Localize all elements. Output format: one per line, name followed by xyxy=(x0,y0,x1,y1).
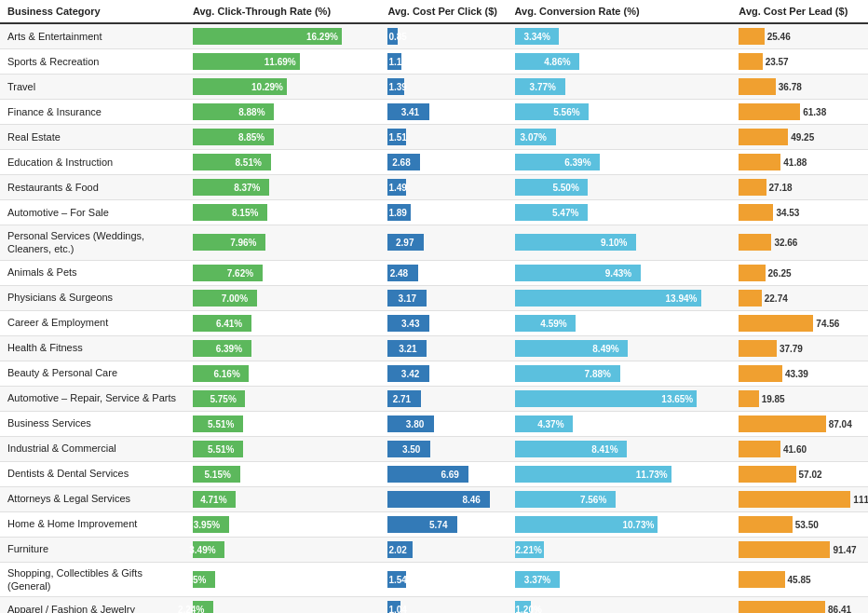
cpc-bar-cell: 1.39 xyxy=(380,75,507,100)
ctr-bar-cell: 6.41% xyxy=(185,310,380,335)
cpl-bar-cell: 74.56 xyxy=(731,310,868,335)
table-row: Automotive – Repair, Service & Parts 5.7… xyxy=(0,386,868,411)
table-row: Real Estate 8.85% 1.51 3.07% 49.25 xyxy=(0,125,868,150)
ctr-bar-cell: 3.95% xyxy=(185,511,380,537)
ctr-bar-cell: 8.88% xyxy=(185,100,380,125)
category-cell: Real Estate xyxy=(0,125,185,150)
cpc-bar-cell: 3.42 xyxy=(380,361,507,386)
category-cell: Career & Employment xyxy=(0,310,185,335)
ctr-bar-cell: 4.71% xyxy=(185,486,380,511)
category-cell: Apparel / Fashion & Jewelry xyxy=(0,597,185,613)
category-cell: Health & Fitness xyxy=(0,335,185,361)
table-row: Career & Employment 6.41% 3.43 4.59% 74.… xyxy=(0,310,868,335)
cvr-bar-cell: 5.47% xyxy=(508,200,732,225)
col-header-ctr: Avg. Click-Through Rate (%) xyxy=(185,0,380,23)
cpl-bar-cell: 22.74 xyxy=(731,285,868,310)
cpl-bar-cell: 19.85 xyxy=(731,386,868,411)
category-cell: Physicians & Surgeons xyxy=(0,285,185,310)
category-cell: Beauty & Personal Care xyxy=(0,361,185,386)
ctr-bar-cell: 6.16% xyxy=(185,361,380,386)
cpc-bar-cell: 0.85 xyxy=(380,23,507,49)
table-row: Industrial & Commercial 5.51% 3.50 8.41%… xyxy=(0,436,868,461)
table-row: Attorneys & Legal Services 4.71% 8.46 7.… xyxy=(0,486,868,511)
table-row: Restaurants & Food 8.37% 1.49 5.50% 27.1… xyxy=(0,175,868,200)
table-row: Furniture 3.49% 2.02 2.21% 91.47 xyxy=(0,537,868,562)
cvr-bar-cell: 3.37% xyxy=(508,562,732,597)
cpc-bar-cell: 1.54 xyxy=(380,562,507,597)
cpl-bar-cell: 41.88 xyxy=(731,150,868,175)
ctr-bar-cell: 5.15% xyxy=(185,461,380,486)
cvr-bar-cell: 6.39% xyxy=(508,150,732,175)
cvr-bar-cell: 9.43% xyxy=(508,260,732,285)
cpc-bar-cell: 3.21 xyxy=(380,335,507,361)
cpl-bar-cell: 41.60 xyxy=(731,436,868,461)
cpc-bar-cell: 1.49 xyxy=(380,175,507,200)
cvr-bar-cell: 8.49% xyxy=(508,335,732,361)
cpl-bar-cell: 32.66 xyxy=(731,225,868,261)
cpc-bar-cell: 2.97 xyxy=(380,225,507,261)
table-row: Travel 10.29% 1.39 3.77% 36.78 xyxy=(0,75,868,100)
cpl-bar-cell: 91.47 xyxy=(731,537,868,562)
table-row: Finance & Insurance 8.88% 3.41 5.56% 61.… xyxy=(0,100,868,125)
ctr-bar-cell: 7.62% xyxy=(185,260,380,285)
cvr-bar-cell: 3.34% xyxy=(508,23,732,49)
category-cell: Travel xyxy=(0,75,185,100)
ctr-bar-cell: 11.69% xyxy=(185,49,380,75)
cvr-bar-cell: 10.73% xyxy=(508,511,732,537)
cvr-bar-cell: 7.56% xyxy=(508,486,732,511)
col-header-category: Business Category xyxy=(0,0,185,23)
ctr-bar-cell: 8.37% xyxy=(185,175,380,200)
ctr-bar-cell: 2.24% xyxy=(185,597,380,613)
cvr-bar-cell: 9.10% xyxy=(508,225,732,261)
table-row: Health & Fitness 6.39% 3.21 8.49% 37.79 xyxy=(0,335,868,361)
ctr-bar-cell: 7.96% xyxy=(185,225,380,261)
table-row: Physicians & Surgeons 7.00% 3.17 13.94% … xyxy=(0,285,868,310)
cpc-bar-cell: 2.68 xyxy=(380,150,507,175)
category-cell: Home & Home Improvement xyxy=(0,511,185,537)
cpl-bar-cell: 45.85 xyxy=(731,562,868,597)
category-cell: Attorneys & Legal Services xyxy=(0,486,185,511)
ctr-bar-cell: 2.45% xyxy=(185,562,380,597)
cpl-bar-cell: 43.39 xyxy=(731,361,868,386)
cpl-bar-cell: 27.18 xyxy=(731,175,868,200)
category-cell: Personal Services (Weddings, Cleaners, e… xyxy=(0,225,185,261)
cpc-bar-cell: 5.74 xyxy=(380,511,507,537)
cvr-bar-cell: 13.94% xyxy=(508,285,732,310)
ctr-bar-cell: 8.85% xyxy=(185,125,380,150)
ctr-bar-cell: 6.39% xyxy=(185,335,380,361)
table-row: Home & Home Improvement 3.95% 5.74 10.73… xyxy=(0,511,868,537)
col-header-cvr: Avg. Conversion Rate (%) xyxy=(508,0,732,23)
cpl-bar-cell: 57.02 xyxy=(731,461,868,486)
table-row: Apparel / Fashion & Jewelry 2.24% 1.04 1… xyxy=(0,597,868,613)
cvr-bar-cell: 3.07% xyxy=(508,125,732,150)
table-row: Dentists & Dental Services 5.15% 6.69 11… xyxy=(0,461,868,486)
cpc-bar-cell: 2.02 xyxy=(380,537,507,562)
cvr-bar-cell: 8.41% xyxy=(508,436,732,461)
cpc-bar-cell: 6.69 xyxy=(380,461,507,486)
cvr-bar-cell: 4.59% xyxy=(508,310,732,335)
cvr-bar-cell: 4.86% xyxy=(508,49,732,75)
cpc-bar-cell: 8.46 xyxy=(380,486,507,511)
category-cell: Restaurants & Food xyxy=(0,175,185,200)
ctr-bar-cell: 8.51% xyxy=(185,150,380,175)
cpl-bar-cell: 36.78 xyxy=(731,75,868,100)
ctr-bar-cell: 8.15% xyxy=(185,200,380,225)
ctr-bar-cell: 16.29% xyxy=(185,23,380,49)
category-cell: Arts & Entertainment xyxy=(0,23,185,49)
category-cell: Business Services xyxy=(0,411,185,436)
cpl-bar-cell: 53.50 xyxy=(731,511,868,537)
ctr-bar-cell: 7.00% xyxy=(185,285,380,310)
cpl-bar-cell: 111.86 xyxy=(731,486,868,511)
cpc-bar-cell: 3.17 xyxy=(380,285,507,310)
ctr-bar-cell: 10.29% xyxy=(185,75,380,100)
cvr-bar-cell: 7.88% xyxy=(508,361,732,386)
cpl-bar-cell: 23.57 xyxy=(731,49,868,75)
ctr-bar-cell: 5.51% xyxy=(185,411,380,436)
cvr-bar-cell: 4.37% xyxy=(508,411,732,436)
ctr-bar-cell: 5.51% xyxy=(185,436,380,461)
main-table-container: Business Category Avg. Click-Through Rat… xyxy=(0,0,868,613)
cpc-bar-cell: 1.04 xyxy=(380,597,507,613)
table-row: Automotive – For Sale 8.15% 1.89 5.47% 3… xyxy=(0,200,868,225)
category-cell: Industrial & Commercial xyxy=(0,436,185,461)
cpl-bar-cell: 61.38 xyxy=(731,100,868,125)
